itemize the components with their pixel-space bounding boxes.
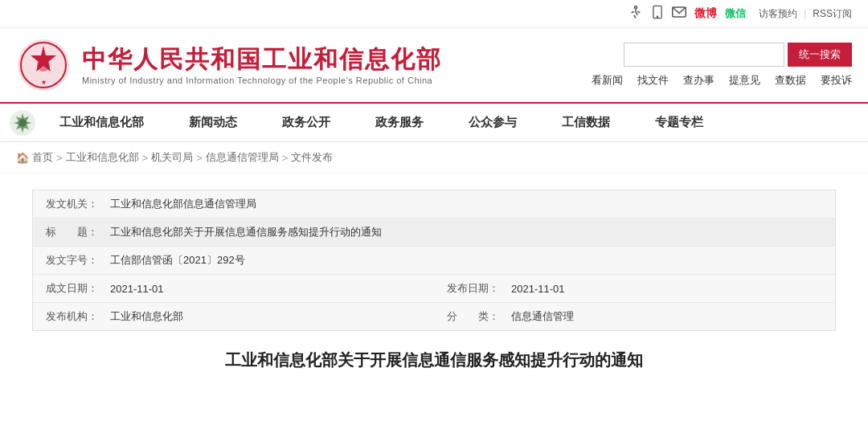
search-button[interactable]: 统一搜索 [788, 43, 852, 67]
svg-point-0 [635, 6, 637, 9]
publish-date-value: 2021-11-01 [511, 283, 822, 295]
logo-area: ★ 中华人民共和国工业和信息化部 Ministry of Industry an… [16, 38, 442, 92]
nav-item-gov-service[interactable]: 政务服务 [353, 104, 446, 141]
publish-org-cell: 发布机构： 工业和信息化部 [33, 303, 434, 330]
nav-item-news[interactable]: 新闻动态 [166, 104, 260, 141]
info-row-org-cat: 发布机构： 工业和信息化部 分 类： 信息通信管理 [33, 303, 835, 330]
publish-date-label: 发布日期： [447, 281, 511, 296]
category-value: 信息通信管理 [511, 309, 822, 324]
logo-emblem: ★ [16, 38, 71, 92]
creation-date-label: 成文日期： [46, 281, 110, 296]
quick-link-complaint[interactable]: 要投诉 [821, 73, 852, 88]
info-row-docnum: 发文字号： 工信部信管函〔2021〕292号 [33, 247, 835, 275]
quick-link-data[interactable]: 查数据 [775, 73, 806, 88]
doc-title-label: 标 题： [46, 225, 110, 239]
email-icon[interactable] [672, 6, 686, 21]
breadcrumb-sep-1: > [56, 152, 63, 164]
info-row-dates: 成文日期： 2021-11-01 发布日期： 2021-11-01 [33, 275, 835, 303]
header: ★ 中华人民共和国工业和信息化部 Ministry of Industry an… [0, 28, 868, 102]
nav-item-special[interactable]: 专题专栏 [633, 104, 726, 141]
mobile-icon[interactable] [651, 5, 664, 22]
nav-item-data[interactable]: 工信数据 [539, 104, 633, 141]
nav-bar: 工业和信息化部 新闻动态 政务公开 政务服务 公众参与 工信数据 专题专栏 [0, 102, 868, 142]
nav-item-gov-open[interactable]: 政务公开 [260, 104, 353, 141]
wechat-icon[interactable]: 微信 [725, 6, 746, 21]
rss-link[interactable]: RSS订阅 [813, 7, 852, 21]
nav-item-public[interactable]: 公众参与 [446, 104, 539, 141]
breadcrumb-sep-2: > [142, 152, 149, 164]
info-row-issuing-org: 发文机关： 工业和信息化部信息通信管理局 [33, 190, 835, 219]
publish-org-value: 工业和信息化部 [110, 309, 421, 324]
breadcrumb-sep-4: > [282, 152, 289, 164]
quick-link-files[interactable]: 找文件 [637, 73, 669, 88]
top-bar: 微博 微信 访客预约 | RSS订阅 [0, 0, 868, 28]
accessibility-icon[interactable] [628, 5, 643, 22]
main-content: 发文机关： 工业和信息化部信息通信管理局 标 题： 工业和信息化部关于开展信息通… [0, 174, 868, 397]
doc-title-value: 工业和信息化部关于开展信息通信服务感知提升行动的通知 [110, 225, 822, 239]
nav-items: 工业和信息化部 新闻动态 政务公开 政务服务 公众参与 工信数据 专题专栏 [37, 104, 860, 141]
quick-link-affairs[interactable]: 查办事 [683, 73, 714, 88]
visitor-booking-link[interactable]: 访客预约 [759, 7, 797, 21]
creation-date-cell: 成文日期： 2021-11-01 [33, 275, 434, 302]
breadcrumb-bureau[interactable]: 信息通信管理局 [206, 150, 279, 165]
weibo-icon[interactable]: 微博 [694, 6, 717, 21]
quick-link-opinion[interactable]: 提意见 [729, 73, 760, 88]
svg-point-2 [657, 16, 658, 17]
nav-emblem-icon [8, 108, 37, 137]
issuing-org-value: 工业和信息化部信息通信管理局 [110, 197, 822, 211]
publish-date-cell: 发布日期： 2021-11-01 [434, 275, 835, 302]
svg-point-10 [18, 119, 27, 127]
nav-item-miit[interactable]: 工业和信息化部 [37, 104, 166, 141]
publish-org-label: 发布机构： [46, 309, 110, 324]
header-right: 统一搜索 看新闻 找文件 查办事 提意见 查数据 要投诉 [592, 43, 852, 88]
breadcrumb-sep-3: > [196, 152, 203, 164]
top-icons: 微博 微信 [628, 5, 746, 22]
creation-date-value: 2021-11-01 [110, 283, 421, 295]
quick-links: 看新闻 找文件 查办事 提意见 查数据 要投诉 [592, 73, 852, 88]
breadcrumb-files[interactable]: 文件发布 [291, 150, 333, 165]
svg-point-7 [37, 59, 50, 72]
breadcrumb-miit[interactable]: 工业和信息化部 [66, 150, 139, 165]
category-label: 分 类： [447, 309, 511, 324]
logo-en-title: Ministry of Industry and Information Tec… [82, 76, 442, 85]
separator: | [804, 8, 806, 19]
issuing-org-label: 发文机关： [46, 197, 110, 211]
home-icon: 🏠 [16, 152, 29, 164]
logo-cn-title: 中华人民共和国工业和信息化部 [82, 45, 442, 74]
info-table: 发文机关： 工业和信息化部信息通信管理局 标 题： 工业和信息化部关于开展信息通… [32, 190, 836, 331]
category-cell: 分 类： 信息通信管理 [434, 303, 835, 330]
breadcrumb-dept[interactable]: 机关司局 [151, 150, 193, 165]
breadcrumb: 🏠 首页 > 工业和信息化部 > 机关司局 > 信息通信管理局 > 文件发布 [0, 142, 868, 174]
doc-number-label: 发文字号： [46, 253, 110, 268]
info-row-title: 标 题： 工业和信息化部关于开展信息通信服务感知提升行动的通知 [33, 219, 835, 247]
quick-link-news[interactable]: 看新闻 [592, 73, 623, 88]
search-input[interactable] [624, 43, 784, 67]
breadcrumb-home[interactable]: 首页 [32, 150, 53, 165]
logo-text: 中华人民共和国工业和信息化部 Ministry of Industry and … [82, 45, 442, 85]
svg-text:★: ★ [41, 79, 47, 86]
search-bar: 统一搜索 [624, 43, 852, 67]
doc-number-value: 工信部信管函〔2021〕292号 [110, 253, 822, 268]
article-title: 工业和信息化部关于开展信息通信服务感知提升行动的通知 [32, 347, 836, 373]
